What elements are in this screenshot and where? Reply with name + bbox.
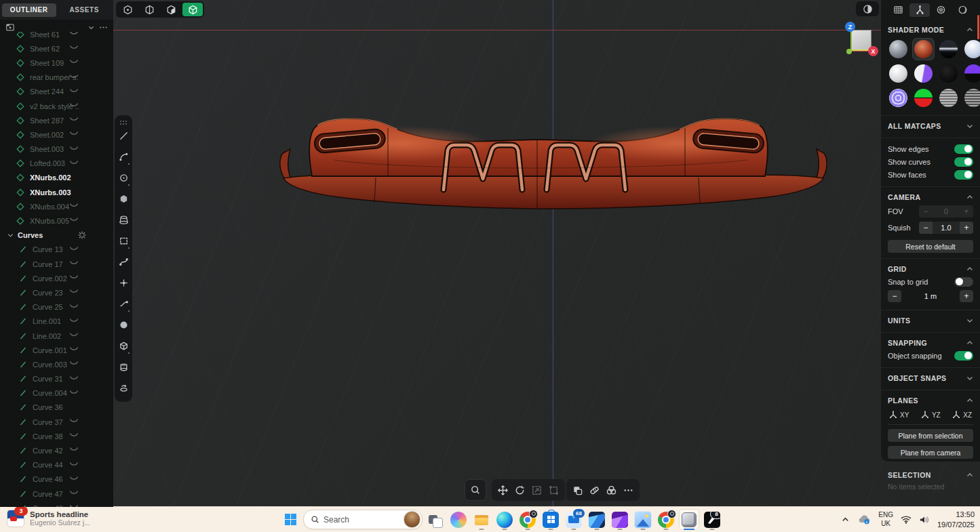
view-gizmo-y-ball[interactable]	[846, 49, 852, 54]
toggle-switch[interactable]	[954, 144, 973, 154]
view-gizmo-x-ball[interactable]: X	[868, 46, 878, 56]
onedrive-cloud-icon[interactable]	[857, 514, 871, 525]
outliner-item[interactable]: Curve 17	[0, 257, 113, 271]
matcap-option[interactable]	[913, 39, 934, 60]
task-view-button[interactable]	[425, 509, 446, 530]
chevron-down-icon[interactable]	[966, 375, 973, 382]
matcap-option[interactable]	[888, 87, 909, 108]
tab-outliner[interactable]: OUTLINER	[2, 3, 56, 17]
clock[interactable]: 13:50 19/07/2025	[937, 510, 975, 529]
squish-increment-button[interactable]: +	[960, 222, 973, 234]
capture-app-button[interactable]: 8	[702, 509, 722, 530]
render-mode-button[interactable]	[856, 1, 879, 16]
grid-size-value[interactable]: 1 m	[901, 292, 960, 300]
chevron-down-icon[interactable]	[87, 24, 95, 31]
hidden-indicator-icon[interactable]	[69, 289, 79, 295]
outliner-item[interactable]: Curve 44	[0, 458, 113, 472]
display-mode-button[interactable]	[952, 3, 973, 17]
outliner-item[interactable]: Curve 48	[0, 501, 113, 507]
snap-to-grid-toggle[interactable]	[954, 277, 973, 287]
wifi-icon[interactable]	[901, 515, 912, 524]
hidden-indicator-icon[interactable]	[69, 390, 79, 396]
fov-increment-button[interactable]: +	[960, 205, 973, 218]
vertex-mode-button[interactable]	[117, 3, 138, 16]
scale-tool-button[interactable]	[528, 479, 545, 501]
chevron-down-icon[interactable]	[966, 317, 973, 324]
matcap-option[interactable]	[938, 63, 959, 84]
hidden-indicator-icon[interactable]	[69, 217, 79, 223]
squish-decrement-button[interactable]: −	[919, 222, 933, 234]
plasticity-button[interactable]	[679, 509, 699, 530]
render-tool-button[interactable]	[603, 479, 620, 501]
cage-tool-button[interactable]	[545, 479, 562, 501]
outliner-item[interactable]: Sheet 109	[0, 56, 113, 70]
curves-group-row[interactable]: Curves	[0, 228, 113, 243]
start-button[interactable]	[280, 510, 300, 530]
language-indicator[interactable]: ENG UK	[878, 511, 893, 528]
panel-scrollbar[interactable]	[977, 15, 979, 39]
outliner-item[interactable]: rear bumper s...	[0, 70, 113, 85]
chrome-button[interactable]	[517, 509, 538, 530]
duplicate-tool-button[interactable]	[569, 479, 586, 501]
hidden-indicator-icon[interactable]	[69, 332, 79, 338]
taskbar-search[interactable]: Search	[303, 510, 423, 529]
chevron-up-icon[interactable]	[966, 26, 973, 33]
tool-sphere-button[interactable]	[115, 314, 132, 335]
hidden-indicator-icon[interactable]	[69, 346, 79, 352]
object-snapping-toggle[interactable]	[954, 351, 973, 361]
outliner-item[interactable]: v2 back style ...	[0, 99, 113, 113]
hidden-indicator-icon[interactable]	[69, 490, 79, 496]
matcap-option[interactable]	[913, 63, 934, 84]
matcap-option[interactable]	[938, 87, 959, 108]
outliner-item[interactable]: Curve 37	[0, 415, 113, 429]
hidden-indicator-icon[interactable]	[69, 304, 79, 310]
move-tool-button[interactable]	[494, 479, 511, 501]
hidden-indicator-icon[interactable]	[69, 246, 79, 252]
edge-button[interactable]	[494, 509, 515, 530]
tool-trim-button[interactable]	[115, 272, 132, 293]
toggle-switch[interactable]	[954, 157, 973, 167]
outliner-item[interactable]: Sheet 244	[0, 85, 113, 99]
plane-from-camera-button[interactable]: Plane from camera	[888, 446, 973, 459]
hidden-indicator-icon[interactable]	[69, 476, 79, 482]
affinity-photo-button[interactable]	[610, 509, 630, 530]
outliner-item[interactable]: Sheet 287	[0, 113, 113, 127]
hidden-indicator-icon[interactable]	[69, 274, 79, 281]
tab-assets[interactable]: ASSETS	[58, 3, 112, 17]
view-gizmo[interactable]: Z X	[842, 19, 880, 57]
outliner-item[interactable]: Curve 31	[0, 372, 113, 386]
toggle-switch[interactable]	[954, 170, 973, 180]
plane-axis-button[interactable]: YZ	[921, 411, 941, 419]
outliner-item[interactable]: Lofted.003	[0, 157, 113, 171]
outliner-item[interactable]: Curve 47	[0, 487, 113, 501]
chevron-up-icon[interactable]	[966, 472, 973, 478]
outliner-item[interactable]: Curve 38	[0, 429, 113, 443]
hidden-indicator-icon[interactable]	[69, 203, 79, 209]
hidden-indicator-icon[interactable]	[69, 102, 79, 108]
matcap-option[interactable]	[938, 39, 959, 60]
command-search-button[interactable]	[465, 479, 486, 501]
hidden-indicator-icon[interactable]	[69, 260, 79, 266]
outliner-item[interactable]: Curve.001	[0, 343, 113, 357]
outliner-item[interactable]: Sheet 62	[0, 41, 113, 56]
hidden-indicator-icon[interactable]	[69, 318, 79, 324]
outliner-item[interactable]: XNurbs.003	[0, 185, 113, 199]
settings-wheel-button[interactable]	[931, 3, 952, 17]
plane-axis-button[interactable]: XY	[889, 411, 909, 419]
plane-from-selection-button[interactable]: Plane from selection	[888, 429, 973, 442]
chevron-up-icon[interactable]	[966, 266, 973, 272]
outliner-item[interactable]: Line.002	[0, 329, 113, 343]
ellipsis-icon[interactable]	[99, 24, 108, 31]
outliner-item[interactable]: Curve 25	[0, 300, 113, 314]
hidden-indicator-icon[interactable]	[69, 146, 79, 152]
tool-curve-button[interactable]	[115, 293, 132, 314]
hidden-indicator-icon[interactable]	[69, 74, 79, 80]
squish-value[interactable]: 1.0	[933, 224, 960, 232]
rotate-tool-button[interactable]	[511, 479, 528, 501]
hidden-indicator-icon[interactable]	[69, 504, 79, 507]
fov-value[interactable]: 0	[933, 207, 960, 216]
tray-chevron-icon[interactable]	[841, 515, 850, 524]
outliner-item[interactable]: XNurbs.002	[0, 171, 113, 185]
mail-button[interactable]: 68	[564, 509, 584, 530]
hidden-indicator-icon[interactable]	[69, 447, 79, 453]
